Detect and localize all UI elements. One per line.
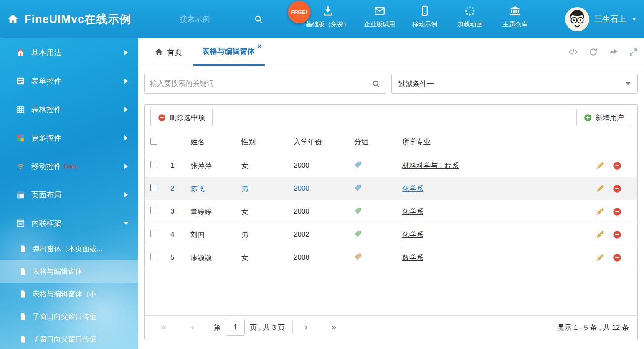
- delete-row-icon[interactable]: [613, 253, 621, 262]
- table-row[interactable]: 1张萍萍女2000材料科学与工程系: [145, 154, 637, 177]
- cell-year: 2000: [294, 161, 354, 170]
- edit-pencil-icon[interactable]: [596, 184, 604, 193]
- header-nav-item[interactable]: 基础版（免费）: [306, 5, 350, 28]
- column-header-name: 姓名: [190, 137, 241, 147]
- mobile-signal-icon: [16, 162, 25, 171]
- cell-actions: [596, 253, 637, 262]
- cell-year: 2000: [294, 184, 354, 193]
- sidebar-item[interactable]: 基本用法: [0, 38, 138, 67]
- first-page-button[interactable]: «: [161, 323, 167, 332]
- table-icon: [16, 105, 25, 114]
- keyword-search-input[interactable]: [150, 79, 372, 88]
- table-row[interactable]: 5康颖颖女2008数学系: [145, 246, 637, 269]
- user-menu[interactable]: 三生石上 ▼: [565, 0, 636, 38]
- caret-down-icon: ▼: [632, 17, 636, 22]
- major-link[interactable]: 数学系: [402, 254, 423, 262]
- sidebar-item[interactable]: 更多控件: [0, 124, 138, 152]
- grid-toolbar: 删除选中项 新增用户: [145, 105, 637, 130]
- next-page-button[interactable]: ›: [304, 323, 307, 332]
- row-checkbox[interactable]: [150, 207, 157, 214]
- header-nav-item[interactable]: 主题仓库: [499, 5, 530, 28]
- sidebar-item-label: 更多控件: [31, 133, 61, 143]
- cell-index: 2: [170, 184, 190, 193]
- delete-row-icon[interactable]: [613, 184, 621, 193]
- sidebar-item[interactable]: 移动控件Corp.: [0, 152, 138, 181]
- table-empty-space: [145, 269, 637, 315]
- cell-name: 刘国: [190, 230, 241, 239]
- tag-icon: [354, 161, 362, 168]
- sidebar-item[interactable]: 内联框架: [0, 209, 138, 237]
- cell-year: 2002: [294, 230, 354, 239]
- header-nav-item[interactable]: 企业版试用: [364, 5, 395, 28]
- tab-grid-edit-window[interactable]: 表格与编辑窗体 ×: [193, 38, 265, 66]
- cell-group: [354, 230, 402, 239]
- header-search-input[interactable]: [180, 15, 242, 24]
- delete-row-icon[interactable]: [613, 230, 621, 239]
- edit-pencil-icon[interactable]: [596, 253, 604, 262]
- add-user-button[interactable]: 新增用户: [576, 109, 631, 126]
- search-icon[interactable]: [254, 15, 263, 24]
- header-nav-label: 加载动画: [457, 20, 482, 28]
- sidebar-subitem[interactable]: 表格与编辑窗体（不...: [0, 283, 138, 305]
- header-nav-item[interactable]: 加载动画: [454, 5, 485, 28]
- delete-selected-button[interactable]: 删除选中项: [150, 109, 213, 126]
- page-number-input[interactable]: [226, 319, 245, 336]
- tab-home[interactable]: 首页: [144, 38, 193, 66]
- chevron-down-icon: [124, 222, 129, 225]
- major-link[interactable]: 化学系: [402, 185, 423, 193]
- major-link[interactable]: 化学系: [402, 208, 423, 216]
- delete-row-icon[interactable]: [613, 161, 621, 170]
- code-icon[interactable]: [568, 47, 578, 57]
- header-nav-label: 企业版试用: [364, 20, 395, 28]
- table-row[interactable]: 4刘国男2002化学系: [145, 223, 637, 246]
- sidebar-subitem[interactable]: 表格与编辑窗体: [0, 260, 138, 283]
- sidebar-item-label: 表格控件: [31, 104, 61, 115]
- cell-actions: [596, 207, 637, 216]
- cell-index: 3: [170, 207, 190, 216]
- close-icon[interactable]: ×: [257, 42, 261, 51]
- delete-row-icon[interactable]: [613, 207, 621, 216]
- edit-pencil-icon[interactable]: [596, 207, 604, 216]
- tab-active-label: 表格与编辑窗体: [202, 46, 255, 56]
- header-nav-item[interactable]: 移动示例: [409, 5, 440, 28]
- row-checkbox[interactable]: [150, 184, 157, 191]
- cell-group: [354, 161, 402, 171]
- sidebar-subitem[interactable]: 弹出窗体（本页面或...: [0, 237, 138, 260]
- doc-icon: [19, 313, 27, 321]
- last-page-button[interactable]: »: [331, 323, 337, 332]
- record-count-summary: 显示 1 - 5 条 , 共 12 条: [558, 323, 629, 332]
- table-body: 1张萍萍女2000材料科学与工程系2陈飞男2000化学系3董婷婷女2000化学系…: [145, 154, 637, 269]
- refresh-icon[interactable]: [588, 47, 598, 57]
- cell-index: 4: [170, 230, 190, 239]
- expand-icon[interactable]: [629, 47, 638, 57]
- major-link[interactable]: 化学系: [402, 231, 423, 239]
- chevron-right-icon: [124, 79, 128, 84]
- table-row[interactable]: 2陈飞男2000化学系: [145, 177, 637, 200]
- select-all-checkbox[interactable]: [150, 138, 157, 145]
- cell-actions: [596, 230, 637, 239]
- filter-dropdown[interactable]: 过滤条件一: [391, 74, 638, 94]
- sidebar-subitem[interactable]: 子窗口向父窗口传值: [0, 305, 138, 328]
- tag-icon: [354, 207, 362, 214]
- chevron-right-icon: [124, 135, 128, 140]
- app-logo[interactable]: FineUIMvc在线示例: [7, 0, 131, 38]
- sidebar-subitem-label: 表格与编辑窗体: [33, 267, 82, 276]
- row-checkbox[interactable]: [150, 161, 157, 168]
- edit-pencil-icon[interactable]: [596, 161, 604, 170]
- row-checkbox[interactable]: [150, 253, 157, 260]
- app-title: FineUIMvc在线示例: [24, 12, 131, 27]
- table-row[interactable]: 3董婷婷女2000化学系: [145, 200, 637, 223]
- chevron-right-icon: [124, 107, 128, 112]
- search-icon[interactable]: [372, 79, 380, 88]
- sidebar-item[interactable]: 表格控件: [0, 95, 138, 124]
- sidebar-item[interactable]: 页面布局: [0, 181, 138, 209]
- row-checkbox[interactable]: [150, 230, 157, 237]
- sidebar-subitem[interactable]: 子窗口向父窗口传值...: [0, 328, 138, 349]
- prev-page-button[interactable]: ‹: [191, 323, 194, 332]
- sidebar-item[interactable]: 表单控件: [0, 67, 138, 95]
- major-link[interactable]: 材料科学与工程系: [402, 162, 459, 170]
- cell-name: 陈飞: [190, 184, 241, 194]
- edit-pencil-icon[interactable]: [596, 230, 604, 239]
- forward-icon[interactable]: [609, 47, 618, 57]
- doc-icon: [19, 290, 27, 298]
